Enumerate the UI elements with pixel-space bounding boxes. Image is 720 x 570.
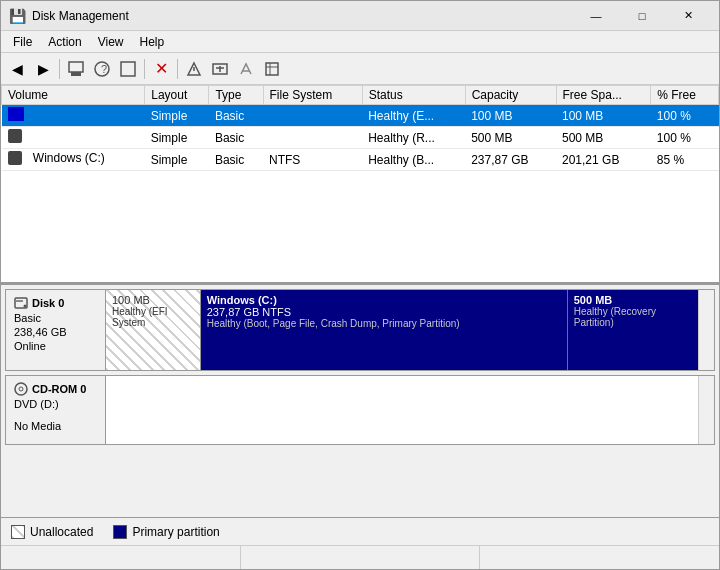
cell-type: Basic: [209, 105, 263, 127]
cdrom-icon: [14, 382, 28, 396]
legend-unallocated: Unallocated: [11, 525, 93, 539]
cell-status: Healthy (R...: [362, 127, 465, 149]
main-window: 💾 Disk Management — □ ✕ File Action View…: [0, 0, 720, 570]
legend-unallocated-label: Unallocated: [30, 525, 93, 539]
disk0-type: Basic: [14, 312, 97, 324]
cell-pct: 85 %: [651, 149, 719, 171]
legend-primary: Primary partition: [113, 525, 219, 539]
table-row[interactable]: Simple Basic Healthy (R... 500 MB 500 MB…: [2, 127, 719, 149]
cdrom0-type: DVD (D:): [14, 398, 97, 410]
svg-point-18: [19, 387, 23, 391]
col-pctfree[interactable]: % Free: [651, 86, 719, 105]
cell-free: 100 MB: [556, 105, 651, 127]
cell-volume: [2, 127, 145, 149]
col-filesystem[interactable]: File System: [263, 86, 362, 105]
svg-point-17: [15, 383, 27, 395]
window-controls: — □ ✕: [573, 1, 711, 31]
cell-layout: Simple: [145, 105, 209, 127]
cdrom0-name: CD-ROM 0: [32, 383, 86, 395]
legend-primary-box: [113, 525, 127, 539]
status-cell-1: [1, 546, 241, 569]
cell-pct: 100 %: [651, 105, 719, 127]
partition-efi-size: 100 MB: [112, 294, 194, 306]
cdrom0-content: [106, 376, 698, 444]
toolbar-btn-4[interactable]: ?: [90, 57, 114, 81]
menu-help[interactable]: Help: [132, 31, 173, 53]
cell-free: 500 MB: [556, 127, 651, 149]
cell-capacity: 237,87 GB: [465, 149, 556, 171]
close-button[interactable]: ✕: [665, 1, 711, 31]
disk0-name: Disk 0: [32, 297, 64, 309]
cell-capacity: 100 MB: [465, 105, 556, 127]
disk0-label: Disk 0 Basic 238,46 GB Online: [6, 290, 106, 370]
cell-status: Healthy (E...: [362, 105, 465, 127]
cell-layout: Simple: [145, 127, 209, 149]
cell-status: Healthy (B...: [362, 149, 465, 171]
svg-text:?: ?: [101, 63, 107, 75]
disk0-size: 238,46 GB: [14, 326, 97, 338]
toolbar-btn-3[interactable]: [64, 57, 88, 81]
menu-bar: File Action View Help: [1, 31, 719, 53]
toolbar-btn-9[interactable]: [208, 57, 232, 81]
cell-fs: [263, 127, 362, 149]
partition-recovery-name: 500 MB: [574, 294, 692, 306]
minimize-button[interactable]: —: [573, 1, 619, 31]
content-area: Volume Layout Type File System Status Ca…: [1, 85, 719, 545]
volume-icon-2: [8, 129, 22, 143]
col-status[interactable]: Status: [362, 86, 465, 105]
disk0-icon: [14, 296, 28, 310]
disk-visual-pane[interactable]: Disk 0 Basic 238,46 GB Online 100 MB Hea…: [1, 285, 719, 517]
toolbar-btn-11[interactable]: [260, 57, 284, 81]
col-freespace[interactable]: Free Spa...: [556, 86, 651, 105]
volume-icon-3: Windows (C:): [8, 151, 105, 165]
col-layout[interactable]: Layout: [145, 86, 209, 105]
volume-table-pane[interactable]: Volume Layout Type File System Status Ca…: [1, 85, 719, 285]
volume-table: Volume Layout Type File System Status Ca…: [1, 85, 719, 171]
status-cell-2: [241, 546, 481, 569]
partition-efi[interactable]: 100 MB Healthy (EFI System: [106, 290, 201, 370]
table-row[interactable]: Simple Basic Healthy (E... 100 MB 100 MB…: [2, 105, 719, 127]
legend-unallocated-box: [11, 525, 25, 539]
toolbar-btn-10[interactable]: [234, 57, 258, 81]
maximize-button[interactable]: □: [619, 1, 665, 31]
partition-recovery[interactable]: 500 MB Healthy (Recovery Partition): [568, 290, 698, 370]
svg-rect-11: [266, 63, 278, 75]
menu-view[interactable]: View: [90, 31, 132, 53]
svg-rect-4: [121, 62, 135, 76]
disk0-partitions: 100 MB Healthy (EFI System Windows (C:) …: [106, 290, 698, 370]
cell-free: 201,21 GB: [556, 149, 651, 171]
cdrom0-status: No Media: [14, 420, 97, 432]
disk-icon: [8, 129, 22, 143]
back-button[interactable]: ◀: [5, 57, 29, 81]
window-title: Disk Management: [32, 9, 567, 23]
delete-button[interactable]: ✕: [149, 57, 173, 81]
toolbar: ◀ ▶ ? ✕: [1, 53, 719, 85]
svg-point-15: [24, 305, 27, 308]
toolbar-btn-5[interactable]: [116, 57, 140, 81]
cdrom0-scrollbar[interactable]: [698, 376, 714, 444]
table-row[interactable]: Windows (C:) Simple Basic NTFS Healthy (…: [2, 149, 719, 171]
toolbar-sep-3: [177, 59, 178, 79]
col-volume[interactable]: Volume: [2, 86, 145, 105]
legend-bar: Unallocated Primary partition: [1, 517, 719, 545]
svg-rect-1: [71, 72, 81, 76]
cell-fs: NTFS: [263, 149, 362, 171]
col-capacity[interactable]: Capacity: [465, 86, 556, 105]
toolbar-sep-2: [144, 59, 145, 79]
partition-windows-status: Healthy (Boot, Page File, Crash Dump, Pr…: [207, 318, 561, 329]
cell-volume: Windows (C:): [2, 149, 145, 171]
toolbar-sep-1: [59, 59, 60, 79]
menu-action[interactable]: Action: [40, 31, 89, 53]
menu-file[interactable]: File: [5, 31, 40, 53]
disk0-scrollbar[interactable]: [698, 290, 714, 370]
col-type[interactable]: Type: [209, 86, 263, 105]
disk0-section: Disk 0 Basic 238,46 GB Online 100 MB Hea…: [5, 289, 715, 371]
app-icon: 💾: [9, 8, 26, 24]
cell-pct: 100 %: [651, 127, 719, 149]
forward-button[interactable]: ▶: [31, 57, 55, 81]
toolbar-btn-8[interactable]: [182, 57, 206, 81]
cdrom0-section: CD-ROM 0 DVD (D:) No Media: [5, 375, 715, 445]
cell-layout: Simple: [145, 149, 209, 171]
partition-windows[interactable]: Windows (C:) 237,87 GB NTFS Healthy (Boo…: [201, 290, 568, 370]
volume-icon: [8, 107, 24, 121]
